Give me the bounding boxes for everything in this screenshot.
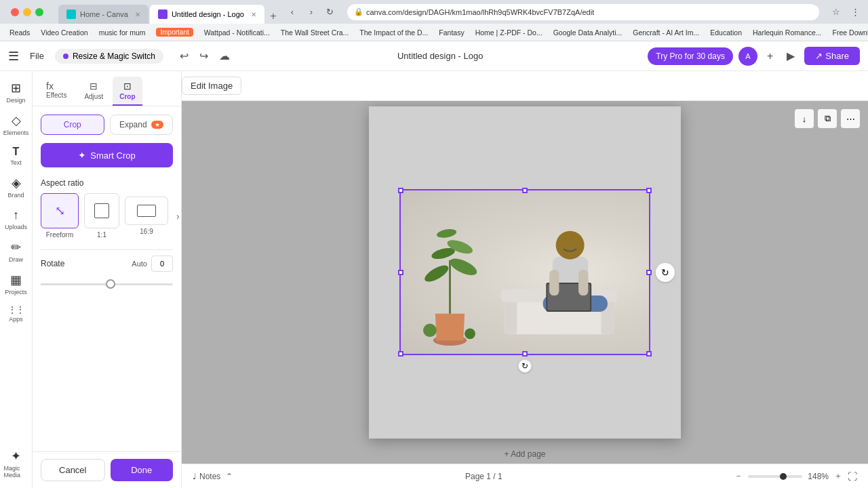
- canvas-rotate-icon[interactable]: ↻: [656, 263, 675, 282]
- address-bar[interactable]: 🔒 canva.com/design/DAGH/km1mao/lhRh9q5WR…: [347, 4, 819, 20]
- present-button[interactable]: ▶: [783, 47, 799, 65]
- forward-button[interactable]: ›: [304, 5, 319, 20]
- rotate-controls: Auto 0: [132, 256, 173, 272]
- close-button[interactable]: [11, 8, 19, 16]
- bookmark-video[interactable]: Video Creation: [37, 27, 92, 38]
- minimize-button[interactable]: [23, 8, 31, 16]
- add-page-button[interactable]: + Add page: [504, 449, 545, 459]
- zoom-thumb[interactable]: [780, 473, 787, 480]
- cancel-button[interactable]: Cancel: [41, 459, 105, 481]
- avatar[interactable]: A: [738, 47, 757, 66]
- rotate-slider-thumb[interactable]: [106, 279, 115, 289]
- done-button[interactable]: Done: [111, 459, 174, 481]
- crop-handle-bottom-left[interactable]: [398, 351, 403, 357]
- bookmark-free-books[interactable]: Free Download Books: [829, 27, 868, 38]
- crop-mode-button[interactable]: Crop: [41, 115, 104, 135]
- sidebar-label-uploads: Uploads: [5, 224, 27, 230]
- add-collaborator-button[interactable]: +: [763, 47, 777, 65]
- maximize-button[interactable]: [35, 8, 43, 16]
- rotate-value-display[interactable]: 0: [151, 256, 173, 272]
- canvas-download-icon[interactable]: ↓: [795, 109, 814, 128]
- crop-handle-left-middle[interactable]: [398, 270, 403, 275]
- bookmark-fantasy[interactable]: Fantasy: [435, 27, 468, 38]
- smart-crop-label: Smart Crop: [90, 150, 135, 161]
- tab-close-logo[interactable]: ✕: [251, 11, 256, 18]
- bookmark-important[interactable]: Important: [152, 26, 197, 38]
- tab-canva-home[interactable]: Home - Canva ✕: [58, 5, 149, 24]
- crop-handle-top-right[interactable]: [646, 188, 652, 193]
- uploads-icon: ↑: [13, 208, 19, 222]
- canvas-image-wrapper: ↻ ↻: [399, 189, 650, 355]
- sidebar-item-apps[interactable]: ⋮⋮ Apps: [1, 301, 31, 327]
- crop-handle-bottom-right[interactable]: [646, 351, 652, 357]
- extensions-icon[interactable]: ⋮: [848, 5, 863, 20]
- crop-handle-bottom-middle[interactable]: [522, 351, 528, 357]
- sidebar-item-elements[interactable]: ◇ Elements: [1, 109, 31, 140]
- sidebar-item-magic-media[interactable]: ✦ Magic Media: [1, 445, 31, 483]
- new-tab-button[interactable]: +: [266, 9, 281, 24]
- back-button[interactable]: ‹: [285, 5, 300, 20]
- notes-button[interactable]: ♩ Notes: [193, 472, 220, 481]
- refresh-button[interactable]: ↻: [323, 5, 338, 20]
- zoom-out-button[interactable]: －: [734, 470, 743, 482]
- bookmark-education[interactable]: Education: [706, 27, 746, 38]
- sidebar-item-brand[interactable]: ◈ Brand: [1, 171, 31, 203]
- tab-effects[interactable]: fx Effects: [38, 77, 75, 106]
- canvas-copy-icon[interactable]: ⧉: [818, 109, 837, 128]
- save-to-cloud-button[interactable]: ☁: [216, 47, 233, 65]
- fullscreen-button[interactable]: ⛶: [848, 471, 857, 482]
- tab-adjust[interactable]: ⊟ Adjust: [77, 77, 110, 106]
- aspect-1-1-item[interactable]: 1:1: [84, 193, 119, 239]
- page-info: Page 1 / 1: [465, 472, 502, 481]
- aspect-16-9-item[interactable]: 16:9: [125, 197, 168, 235]
- bookmark-harlequin[interactable]: Harlequin Romance...: [749, 27, 826, 38]
- sidebar-item-projects[interactable]: ▦ Projects: [1, 268, 31, 300]
- resize-magic-switch-button[interactable]: Resize & Magic Switch: [55, 49, 163, 64]
- sidebar-item-uploads[interactable]: ↑ Uploads: [1, 204, 31, 235]
- sidebar-icons: ⊞ Design ◇ Elements T Text ◈ Brand ↑ Upl…: [0, 71, 33, 488]
- crop-handle-top-middle[interactable]: [522, 188, 528, 193]
- aspect-freeform-box[interactable]: ⤡: [41, 193, 79, 228]
- bookmark-gencraft[interactable]: Gencraft - AI Art Im...: [629, 27, 703, 38]
- design-title: Untitled design - Logo: [397, 51, 483, 61]
- zoom-in-button[interactable]: ＋: [834, 470, 842, 482]
- share-button[interactable]: ↗ Share: [804, 47, 860, 65]
- aspect-16-9-box[interactable]: [125, 197, 168, 225]
- crop-label: Crop: [119, 93, 135, 100]
- bookmark-impact[interactable]: The Impact of the D...: [355, 27, 432, 38]
- undo-button[interactable]: ↩: [177, 47, 191, 65]
- bookmark-zpdf[interactable]: Home | Z-PDF - Do...: [471, 27, 547, 38]
- tab-crop[interactable]: ⊡ Crop: [113, 77, 142, 106]
- apps-icon: ⋮⋮: [8, 305, 24, 314]
- try-pro-button[interactable]: Try Pro for 30 days: [648, 47, 733, 65]
- crop-handle-top-left[interactable]: [398, 188, 403, 193]
- bookmark-music[interactable]: music for mum: [95, 27, 150, 38]
- sidebar-item-draw[interactable]: ✏ Draw: [1, 236, 31, 267]
- aspect-freeform-label: Freeform: [46, 231, 74, 239]
- tab-untitled-logo[interactable]: Untitled design - Logo ✕: [150, 5, 264, 24]
- zoom-slider[interactable]: [748, 475, 802, 478]
- rotate-handle[interactable]: ↻: [518, 359, 532, 373]
- bookmark-wattpad[interactable]: Wattpad - Notificati...: [200, 27, 274, 38]
- svg-point-2: [422, 262, 451, 285]
- sidebar-item-text[interactable]: T Text: [1, 142, 31, 170]
- file-menu-button[interactable]: File: [24, 48, 50, 64]
- redo-button[interactable]: ↪: [197, 47, 211, 65]
- smart-crop-button[interactable]: ✦ Smart Crop: [41, 143, 173, 167]
- bookmark-wsj[interactable]: The Wall Street Cra...: [277, 27, 353, 38]
- crop-image-container[interactable]: ↻: [399, 189, 650, 355]
- aspect-freeform-item[interactable]: ⤡ Freeform: [41, 193, 79, 239]
- expand-mode-button[interactable]: Expand ★: [110, 115, 174, 135]
- aspect-chevron-right[interactable]: ›: [176, 211, 180, 222]
- canvas-more-icon[interactable]: ⋯: [841, 109, 860, 128]
- crop-expand-row: Crop Expand ★: [41, 115, 173, 135]
- star-icon[interactable]: ☆: [829, 5, 844, 20]
- bookmark-google[interactable]: Google Data Analyti...: [549, 27, 627, 38]
- tab-close-canva[interactable]: ✕: [135, 11, 140, 18]
- bookmark-reads[interactable]: Reads: [5, 27, 34, 38]
- crop-handle-right-middle[interactable]: [646, 270, 652, 275]
- notes-label: Notes: [199, 472, 220, 481]
- sidebar-item-design[interactable]: ⊞ Design: [1, 77, 31, 108]
- hamburger-menu[interactable]: ☰: [8, 49, 19, 64]
- aspect-1-1-box[interactable]: [84, 193, 119, 228]
